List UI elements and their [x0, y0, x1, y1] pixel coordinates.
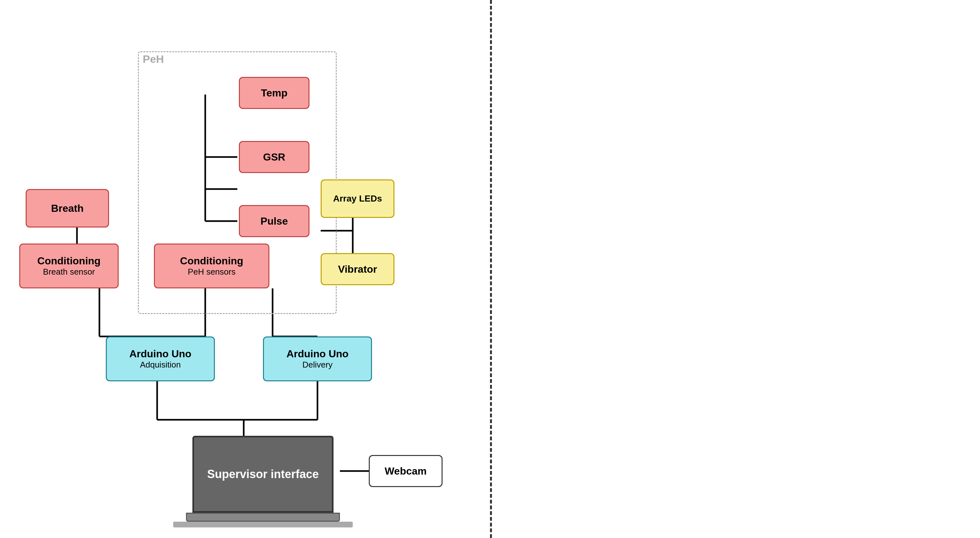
arduino-acq-label: Arduino Uno: [129, 348, 191, 360]
peh-label: PeH: [143, 53, 164, 65]
conditioning-breath-box: Conditioning Breath sensor: [19, 244, 119, 288]
conditioning-breath-sub: Breath sensor: [43, 267, 95, 277]
vibrator-box-left: Vibrator: [321, 253, 395, 285]
arduino-del-sub: Delivery: [302, 360, 332, 370]
breath-label: Breath: [51, 203, 83, 214]
conditioning-peh-box: Conditioning PeH sensors: [154, 244, 269, 288]
arduino-del-label: Arduino Uno: [286, 348, 348, 360]
vibrator-label-left: Vibrator: [338, 263, 377, 275]
conditioning-peh-label: Conditioning: [180, 255, 243, 267]
pulse-label-left: Pulse: [260, 215, 288, 227]
arduino-del-box: Arduino Uno Delivery: [263, 336, 372, 381]
array-leds-label-left: Array LEDs: [333, 194, 382, 204]
conditioning-peh-sub: PeH sensors: [188, 267, 236, 277]
arduino-acq-sub: Adquisition: [140, 360, 181, 370]
supervisor-label-left: Supervisor interface: [204, 464, 322, 484]
pulse-box-left: Pulse: [239, 205, 309, 237]
breath-box: Breath: [25, 189, 109, 227]
array-leds-box-left: Array LEDs: [321, 179, 395, 218]
supervisor-laptop-left: Supervisor interface: [173, 436, 353, 527]
webcam-box-left: Webcam: [369, 455, 442, 487]
divider: [490, 0, 492, 538]
conditioning-breath-label: Conditioning: [37, 255, 100, 267]
temp-box-left: Temp: [239, 77, 309, 109]
gsr-label-left: GSR: [263, 151, 285, 163]
gsr-box-left: GSR: [239, 141, 309, 173]
left-panel: PeH Breath Conditioning Breath sensor Te…: [0, 0, 490, 538]
temp-label-left: Temp: [261, 87, 288, 99]
webcam-label-left: Webcam: [385, 465, 426, 477]
arduino-acq-box: Arduino Uno Adquisition: [106, 336, 215, 381]
diagram-container: PeH Breath Conditioning Breath sensor Te…: [0, 0, 980, 538]
